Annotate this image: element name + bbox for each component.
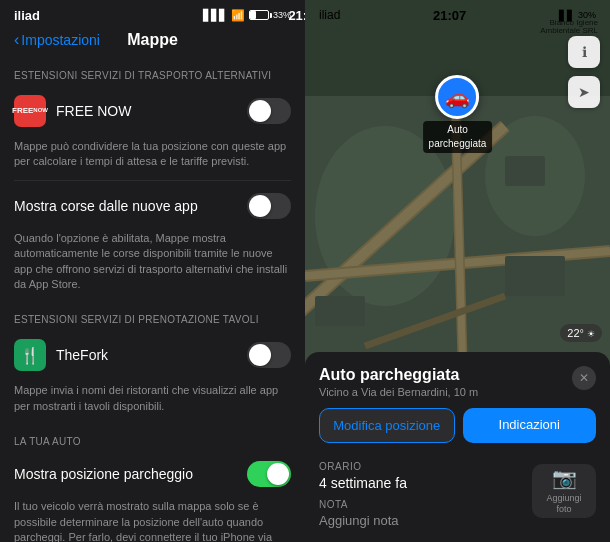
sheet-header: Auto parcheggiata Vicino a Via dei Berna… — [319, 366, 596, 398]
close-button[interactable]: ✕ — [572, 366, 596, 390]
status-bar-right: iliad 21:07 ▋▋ 30% — [305, 0, 610, 28]
nota-value: Aggiungi nota — [319, 513, 532, 528]
corse-toggle[interactable] — [247, 193, 291, 219]
right-battery-pct: 30% — [578, 10, 596, 20]
right-panel: iliad 21:07 ▋▋ 30% — [305, 0, 610, 542]
status-bar-left: iliad 21:07 ▋▋▋ 📶 33% — [0, 0, 305, 28]
thefork-label: TheFork — [56, 347, 108, 363]
nota-label: NOTA — [319, 499, 532, 510]
item-left-corse: Mostra corse dalle nuove app — [14, 198, 247, 214]
photo-label: Aggiungi foto — [546, 493, 581, 515]
section-header-transport: ESTENSIONI SERVIZI DI TRASPORTO ALTERNAT… — [0, 56, 305, 85]
action-buttons: Modifica posizione Indicazioni — [319, 408, 596, 443]
orario-label: ORARIO — [319, 461, 532, 472]
status-icons: ▋▋▋ 📶 33% — [203, 9, 291, 22]
free-now-label: FREE NOW — [56, 103, 131, 119]
thefork-toggle[interactable] — [247, 342, 291, 368]
section-header-tavoli: ESTENSIONI SERVIZI DI PRENOTAZIONE TAVOL… — [0, 300, 305, 329]
car-circle: 🚗 — [435, 75, 479, 119]
wifi-icon: 📶 — [231, 9, 245, 22]
location-button[interactable]: ➤ — [568, 76, 600, 108]
list-item-free-now: FREE NOW FREE NOW — [0, 85, 305, 137]
car-icon: 🚗 — [445, 85, 470, 109]
indicazioni-button[interactable]: Indicazioni — [463, 408, 597, 443]
car-label: Autoparcheg­giata — [423, 121, 493, 153]
right-signal-icon: ▋▋ — [559, 10, 575, 21]
posizione-toggle[interactable] — [247, 461, 291, 487]
nav-bar-left: ‹ Impostazioni Mappe — [0, 28, 305, 56]
bottom-sheet: Auto parcheggiata Vicino a Via dei Berna… — [305, 352, 610, 542]
back-chevron-icon: ‹ — [14, 32, 19, 48]
sheet-bottom-row: ORARIO 4 settimane fa NOTA Aggiungi nota… — [319, 453, 596, 528]
item-left-thefork: 🍴 TheFork — [14, 339, 247, 371]
svg-rect-11 — [505, 256, 565, 296]
right-carrier: iliad — [319, 8, 340, 22]
info-button[interactable]: ℹ — [568, 36, 600, 68]
location-icon: ➤ — [578, 84, 590, 100]
back-button[interactable]: ‹ Impostazioni — [14, 32, 100, 48]
camera-icon: 📷 — [552, 466, 577, 490]
sheet-title: Auto parcheggiata — [319, 366, 478, 384]
free-now-description: Mappe può condividere la tua posizione c… — [0, 137, 305, 178]
item-left-posizione: Mostra posizione parcheggio — [14, 466, 247, 482]
sheet-title-group: Auto parcheggiata Vicino a Via dei Berna… — [319, 366, 478, 398]
right-time: 21:07 — [433, 8, 466, 23]
orario-value: 4 settimane fa — [319, 475, 532, 491]
info-icon: ℹ — [582, 44, 587, 60]
list-item-thefork: 🍴 TheFork — [0, 329, 305, 381]
divider-1 — [14, 180, 291, 181]
left-panel: iliad 21:07 ▋▋▋ 📶 33% ‹ Impostazioni Map… — [0, 0, 305, 542]
list-item-corse: Mostra corse dalle nuove app — [0, 183, 305, 229]
free-now-icon: FREE NOW — [14, 95, 46, 127]
svg-rect-12 — [505, 156, 545, 186]
sheet-subtitle: Vicino a Via dei Bernardini, 10 m — [319, 386, 478, 398]
free-now-toggle[interactable] — [247, 98, 291, 124]
weather-badge: 22° ☀ — [560, 324, 602, 342]
svg-rect-10 — [315, 296, 365, 326]
list-item-posizione: Mostra posizione parcheggio — [0, 451, 305, 497]
scroll-content: ESTENSIONI SERVIZI DI TRASPORTO ALTERNAT… — [0, 56, 305, 542]
posizione-label: Mostra posizione parcheggio — [14, 466, 193, 482]
battery-icon — [249, 10, 269, 20]
back-label: Impostazioni — [21, 32, 100, 48]
thefork-description: Mappe invia i nomi dei ristoranti che vi… — [0, 381, 305, 422]
modifica-button[interactable]: Modifica posizione — [319, 408, 455, 443]
sheet-info-left: ORARIO 4 settimane fa NOTA Aggiungi nota — [319, 453, 532, 528]
left-time2: 21:07 — [288, 8, 305, 23]
corse-label: Mostra corse dalle nuove app — [14, 198, 198, 214]
thefork-icon: 🍴 — [14, 339, 46, 371]
left-time: iliad — [14, 8, 40, 23]
posizione-description: Il tuo veicolo verrà mostrato sulla mapp… — [0, 497, 305, 542]
right-status-icons: ▋▋ 30% — [559, 10, 596, 21]
item-left-free-now: FREE NOW FREE NOW — [14, 95, 247, 127]
car-marker[interactable]: 🚗 Autoparcheg­giata — [423, 75, 493, 153]
section-header-auto: LA TUA AUTO — [0, 422, 305, 451]
corse-description: Quando l'opzione è abilitata, Mappe most… — [0, 229, 305, 301]
nav-title: Mappe — [127, 31, 178, 49]
add-photo-button[interactable]: 📷 Aggiungi foto — [532, 464, 596, 518]
signal-icon: ▋▋▋ — [203, 9, 227, 22]
